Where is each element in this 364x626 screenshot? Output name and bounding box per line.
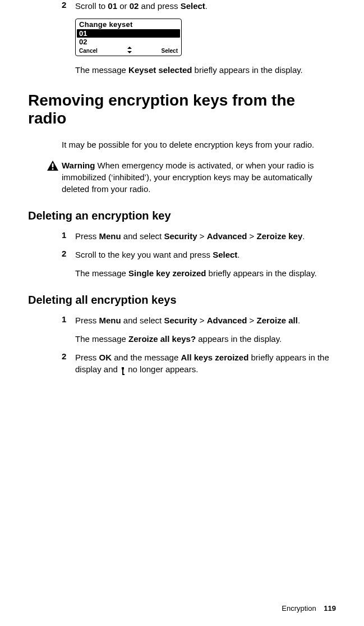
- lcd-row-selected: 01: [77, 29, 180, 38]
- heading-deleting-key: Deleting an encryption key: [28, 209, 336, 222]
- heading-removing-keys: Removing encryption keys from the radio: [28, 92, 336, 127]
- footer-section: Encryption: [282, 604, 316, 613]
- updown-icon: [127, 47, 132, 54]
- svg-point-4: [52, 168, 54, 170]
- step-item: 2 Scroll to 01 or 02 and press Select.: [62, 0, 336, 12]
- footer-page-number: 119: [324, 604, 336, 613]
- step-item: 2 Scroll to the key you want and press S…: [62, 249, 336, 279]
- warning-icon: [47, 161, 59, 195]
- step-number: 2: [62, 0, 75, 12]
- step-number: 1: [62, 230, 75, 242]
- step-text: Scroll to 01 or 02 and press Select.: [75, 0, 208, 12]
- step-item: 2 Press OK and the message All keys zero…: [62, 351, 336, 375]
- step-item: 1 Press Menu and select Security > Advan…: [62, 230, 336, 242]
- lcd-screen: Change keyset 01 02 Cancel Select: [75, 19, 182, 56]
- step-text: Press OK and the message All keys zeroiz…: [75, 351, 336, 375]
- svg-rect-5: [122, 367, 124, 369]
- intro-text: It may be possible for you to delete enc…: [62, 139, 336, 150]
- svg-marker-1: [127, 51, 132, 53]
- step-text: Scroll to the key you want and press Sel…: [75, 249, 317, 279]
- lcd-title: Change keyset: [76, 19, 181, 29]
- step-text: Press Menu and select Security > Advance…: [75, 314, 300, 345]
- lcd-softkeys: Cancel Select: [76, 46, 181, 56]
- softkey-cancel: Cancel: [79, 48, 98, 54]
- softkey-select: Select: [162, 48, 178, 54]
- step-number: 2: [62, 249, 75, 279]
- key-icon: [120, 366, 126, 374]
- step-item: 1 Press Menu and select Security > Advan…: [62, 314, 336, 345]
- page-footer: Encryption 119: [282, 604, 336, 613]
- result-text: The message Keyset selected briefly appe…: [75, 64, 336, 76]
- step-number: 2: [62, 351, 75, 375]
- svg-rect-7: [122, 374, 125, 375]
- svg-rect-3: [52, 163, 54, 167]
- svg-marker-0: [127, 47, 132, 49]
- heading-deleting-all-keys: Deleting all encryption keys: [28, 294, 336, 307]
- step-text: Press Menu and select Security > Advance…: [75, 230, 305, 242]
- lcd-row: 02: [76, 38, 181, 46]
- warning-block: Warning When emergency mode is activated…: [47, 159, 336, 195]
- svg-rect-6: [122, 369, 123, 374]
- step-number: 1: [62, 314, 75, 345]
- warning-text: Warning When emergency mode is activated…: [62, 159, 336, 195]
